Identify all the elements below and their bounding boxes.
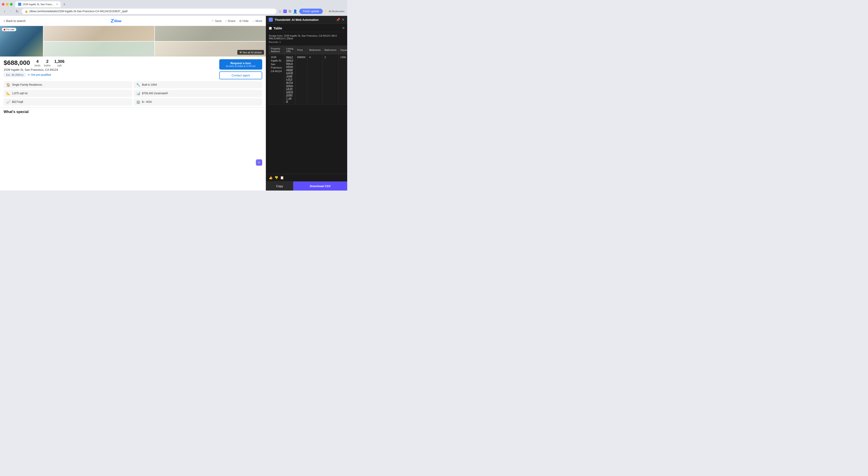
thunderbit-floating-icon[interactable]: ⚡ [256, 159, 262, 166]
all-bookmarks: 📁 All Bookmarks [324, 10, 344, 13]
sqft-stat: 1,306 sqft [54, 59, 64, 67]
property-address: 1539 Ingalls St, San Francisco, CA 94124 [4, 68, 216, 71]
records-count: Records: 1 [269, 41, 344, 43]
finish-update-button[interactable]: Finish update [299, 8, 323, 14]
svg-text:illow: illow [114, 19, 122, 23]
contact-agent-button[interactable]: Contact agent [219, 71, 262, 79]
est-monthly-badge: Est.: $4,358/mo [4, 73, 26, 77]
thunderbit-bottom: 👍 👎 📋 Copy Download CSV [266, 174, 347, 191]
bookmark-star-icon[interactable]: ☆ [278, 9, 281, 13]
pin-icon[interactable]: 📌 [336, 18, 340, 22]
see-all-photos-button[interactable]: ⊞ See all 42 photos [237, 50, 264, 55]
more-action[interactable]: ··· More [252, 19, 262, 23]
fact-year-built: 🔧 Built in 1944 [133, 81, 262, 88]
request-tour-button[interactable]: Request a tour as early as today at 11:0… [219, 59, 262, 70]
for-sale-badge: For sale [2, 28, 16, 31]
collapse-icon[interactable]: ≡ [342, 26, 344, 30]
url-text: zillow.com/homedetails/1539-Ingalls-St-S… [29, 10, 273, 13]
main-photo[interactable]: For sale [0, 26, 43, 57]
cell-bathrooms: 2 [322, 54, 338, 105]
minimize-window-button[interactable] [6, 3, 8, 6]
fact-hoa: 🏢 $-- HOA [133, 98, 262, 105]
copy-feedback-icon[interactable]: 📋 [280, 176, 284, 180]
table-icon: ▦ [269, 26, 272, 30]
thumbs-up-icon[interactable]: 👍 [269, 176, 273, 180]
save-action[interactable]: ♡ Save [211, 19, 222, 23]
thunderbit-header-left: Thunderbit: AI Web Automation [269, 18, 319, 22]
grid-icon: ⊞ [240, 51, 242, 54]
property-price: $688,000 [4, 59, 30, 66]
price-sqft-icon: 📈 [6, 100, 10, 104]
whats-special-heading: What's special [0, 107, 266, 114]
thunderbit-header-right: 📌 ✕ [336, 18, 344, 22]
table-section-title: ▦ Table ≡ [269, 26, 344, 32]
profile-icon[interactable]: 👤 [293, 9, 298, 13]
thunderbit-title: Thunderbit: AI Web Automation [275, 18, 319, 22]
back-to-search-button[interactable]: ‹ Back to search [4, 19, 26, 23]
lot-icon: 📐 [6, 92, 10, 95]
fact-zestimate: 📊 $709,400 Zestimate® [133, 90, 262, 97]
reload-button[interactable]: ↻ [14, 9, 20, 14]
photo-cell-2[interactable] [155, 26, 266, 41]
tab-title: 1539 Ingalls St, San Francisc... [23, 3, 55, 6]
close-panel-icon[interactable]: ✕ [342, 18, 344, 22]
thumbs-down-icon[interactable]: 👎 [274, 176, 278, 180]
header-actions: ♡ Save ↑ Share ⊘ Hide ··· More [211, 19, 262, 23]
new-tab-button[interactable]: + [61, 1, 67, 7]
zillow-logo: illow [110, 18, 127, 24]
tab-favicon [18, 3, 21, 6]
share-action[interactable]: ↑ Share [225, 19, 236, 23]
hoa-icon: 🏢 [136, 100, 140, 104]
zestimate-icon: 📊 [136, 92, 140, 95]
photo-cell-4[interactable]: ⊞ See all 42 photos [155, 41, 266, 57]
maximize-window-button[interactable] [10, 3, 13, 6]
extensions-icon[interactable]: ⧉ [289, 9, 291, 13]
zillow-header: ‹ Back to search illow ♡ Save ↑ Share [0, 16, 266, 26]
thunderbit-header: Thunderbit: AI Web Automation 📌 ✕ [266, 16, 347, 24]
feedback-row: 👍 👎 📋 [266, 174, 347, 182]
cell-bedrooms: 4 [307, 54, 322, 105]
browser-tab-active[interactable]: 1539 Ingalls St, San Francisc... × [16, 1, 61, 7]
get-prequalified-button[interactable]: ✏ Get pre-qualified [28, 73, 51, 76]
cell-price: 688000 [295, 54, 307, 105]
close-window-button[interactable] [2, 3, 4, 6]
action-buttons: Copy Download CSV [266, 182, 347, 191]
property-stats: 4 beds 2 baths 1,306 sqft [35, 59, 64, 67]
hide-action[interactable]: ⊘ Hide [239, 19, 249, 23]
col-bedrooms: Bedrooms [307, 46, 322, 54]
tab-close-icon[interactable]: × [56, 3, 58, 6]
thunderbit-toolbar-icon[interactable] [283, 9, 287, 13]
data-table: Property Address Listing URL Price Bedro… [269, 46, 347, 105]
col-url: Listing URL [284, 46, 295, 54]
download-csv-button[interactable]: Download CSV [293, 182, 347, 191]
photo-row-top [43, 26, 266, 41]
col-price: Price [295, 46, 307, 54]
cell-address: 1539 Ingalls St, San Francisco, CA 94124 [269, 54, 284, 105]
copy-button[interactable]: Copy [266, 182, 293, 191]
photo-side-grid: ⊞ See all 42 photos [43, 26, 266, 57]
main-content: ‹ Back to search illow ♡ Save ↑ Share [0, 16, 347, 191]
photo-cell-3[interactable] [43, 41, 154, 57]
calendar-icon: 🔧 [136, 83, 140, 87]
thunderbit-logo [269, 18, 273, 22]
back-nav-button[interactable]: ‹ [3, 9, 6, 14]
thunderbit-panel: Thunderbit: AI Web Automation 📌 ✕ ▦ Tabl… [266, 16, 347, 191]
col-square: Square [338, 46, 347, 54]
property-section: $688,000 4 beds 2 baths 1,306 [0, 57, 266, 107]
tab-bar: 1539 Ingalls St, San Francisc... × + [0, 0, 347, 7]
photo-row-bottom: ⊞ See all 42 photos [43, 41, 266, 57]
cell-url[interactable]: https://www.zillow.com/homedetails/1539-… [284, 54, 295, 105]
baths-stat: 2 baths [44, 59, 51, 67]
address-bar-row: ‹ › ↻ 🔒 zillow.com/homedetails/1539-Inga… [0, 7, 347, 16]
address-bar[interactable]: 🔒 zillow.com/homedetails/1539-Ingalls-St… [22, 8, 276, 14]
back-arrow-icon: ‹ [4, 19, 5, 23]
toolbar-right: ☆ ⧉ 👤 Finish update 📁 All Bookmarks [278, 8, 344, 14]
col-bathrooms: Bathrooms [322, 46, 338, 54]
scrape-from-row: Scrape from: 1539 Ingalls St, San Franci… [269, 34, 344, 40]
forward-nav-button[interactable]: › [8, 9, 12, 14]
browser-chrome: 1539 Ingalls St, San Francisc... × + ‹ ›… [0, 0, 347, 16]
for-sale-dot [4, 29, 5, 31]
photo-grid: For sale ⊞ See all 42 photos [0, 26, 266, 57]
photo-cell-1[interactable] [43, 26, 154, 41]
beds-stat: 4 beds [35, 59, 40, 67]
